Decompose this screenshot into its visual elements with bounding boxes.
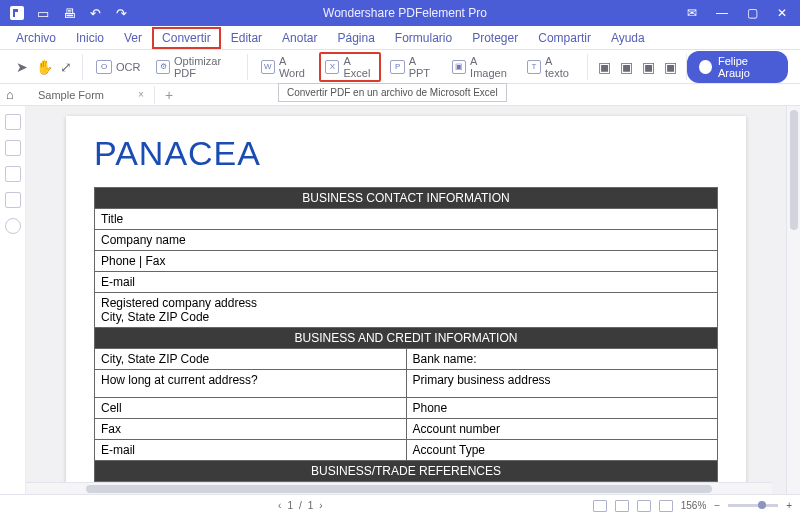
menu-formulario[interactable]: Formulario: [385, 27, 462, 49]
menu-pagina[interactable]: Página: [327, 27, 384, 49]
select-tool-icon[interactable]: ➤: [12, 57, 32, 77]
menu-compartir[interactable]: Compartir: [528, 27, 601, 49]
page-sep: /: [299, 500, 302, 511]
document-canvas[interactable]: PANACEA BUSINESS CONTACT INFORMATION Tit…: [26, 106, 786, 494]
s2-l4: Fax: [95, 419, 407, 440]
ppt-icon: P: [390, 60, 404, 74]
word-icon: W: [261, 60, 275, 74]
close-icon[interactable]: ✕: [768, 2, 796, 24]
section1-header: BUSINESS CONTACT INFORMATION: [95, 188, 718, 209]
user-label: Felipe Araujo: [718, 55, 776, 79]
tab-close-icon[interactable]: ×: [138, 89, 144, 100]
to-excel-button[interactable]: XA Excel: [319, 52, 381, 82]
doc-logo: PANACEA: [94, 134, 718, 173]
zoom-value: 156%: [681, 500, 707, 511]
to-image-button[interactable]: ▣A Imagen: [445, 51, 518, 83]
menu-anotar[interactable]: Anotar: [272, 27, 327, 49]
attachments-icon[interactable]: [5, 192, 21, 208]
s2-r1: Bank name:: [406, 349, 718, 370]
zoom-tool-icon[interactable]: ⤢: [56, 57, 76, 77]
zoom-in-icon[interactable]: +: [786, 500, 792, 511]
app-logo-icon: [6, 2, 28, 24]
to-text-label: A texto: [545, 55, 574, 79]
menu-proteger[interactable]: Proteger: [462, 27, 528, 49]
view-cover-icon[interactable]: [659, 500, 673, 512]
s2-r5: Account Type: [406, 440, 718, 461]
view-single-icon[interactable]: [593, 500, 607, 512]
thumbnails-icon[interactable]: [5, 114, 21, 130]
s2-r4: Account number: [406, 419, 718, 440]
page-current: 1: [287, 500, 293, 511]
to-ppt-button[interactable]: PA PPT: [383, 51, 442, 83]
zoom-out-icon[interactable]: −: [714, 500, 720, 511]
zoom-slider[interactable]: [728, 504, 778, 507]
excel-icon: X: [325, 60, 339, 74]
to-text-button[interactable]: TA texto: [520, 51, 582, 83]
page-next-icon[interactable]: ›: [319, 500, 322, 511]
batch-group-icon[interactable]: ▣: [594, 57, 614, 77]
batch-icon-4[interactable]: ▣: [660, 57, 680, 77]
home-tab-icon[interactable]: ⌂: [6, 87, 22, 102]
minimize-icon[interactable]: —: [708, 2, 736, 24]
ocr-button[interactable]: OOCR: [89, 56, 147, 78]
s1-title: Title: [95, 209, 718, 230]
optimize-button[interactable]: ⚙Optimizar PDF: [149, 51, 240, 83]
print-icon[interactable]: 🖶: [58, 2, 80, 24]
s2-l2: How long at current address?: [95, 370, 407, 398]
document-tab[interactable]: Sample Form ×: [28, 86, 155, 104]
s2-r3: Phone: [406, 398, 718, 419]
s1-address: Registered company addressCity, State ZI…: [95, 293, 718, 328]
main-body: PANACEA BUSINESS CONTACT INFORMATION Tit…: [0, 106, 800, 494]
s2-r2: Primary business address: [406, 370, 718, 398]
batch-icon-3[interactable]: ▣: [638, 57, 658, 77]
to-excel-label: A Excel: [343, 55, 375, 79]
menu-editar[interactable]: Editar: [221, 27, 272, 49]
hand-tool-icon[interactable]: ✋: [34, 57, 54, 77]
toolbar: ➤ ✋ ⤢ OOCR ⚙Optimizar PDF WA Word XA Exc…: [0, 50, 800, 84]
vertical-scrollbar[interactable]: [786, 106, 800, 494]
ocr-label: OCR: [116, 61, 140, 73]
svg-rect-0: [10, 6, 24, 20]
redo-icon[interactable]: ↷: [110, 2, 132, 24]
view-facing-icon[interactable]: [637, 500, 651, 512]
undo-icon[interactable]: ↶: [84, 2, 106, 24]
ocr-icon: O: [96, 60, 112, 74]
section3-header: BUSINESS/TRADE REFERENCES: [95, 461, 718, 482]
sidebar: [0, 106, 26, 494]
new-tab-icon[interactable]: +: [161, 87, 173, 103]
comments-icon[interactable]: [5, 218, 21, 234]
page-prev-icon[interactable]: ‹: [278, 500, 281, 511]
menu-convertir[interactable]: Convertir: [152, 27, 221, 49]
to-word-button[interactable]: WA Word: [254, 51, 318, 83]
menubar: Archivo Inicio Ver Convertir Editar Anot…: [0, 26, 800, 50]
user-button[interactable]: Felipe Araujo: [687, 51, 788, 83]
menu-ayuda[interactable]: Ayuda: [601, 27, 655, 49]
v-scroll-thumb[interactable]: [790, 110, 798, 230]
app-title: Wondershare PDFelement Pro: [132, 6, 678, 20]
section2-header: BUSINESS AND CREDIT INFORMATION: [95, 328, 718, 349]
menu-inicio[interactable]: Inicio: [66, 27, 114, 49]
batch-icon-2[interactable]: ▣: [616, 57, 636, 77]
zoom-slider-thumb[interactable]: [758, 501, 766, 509]
menu-ver[interactable]: Ver: [114, 27, 152, 49]
titlebar: ▭ 🖶 ↶ ↷ Wondershare PDFelement Pro ✉ — ▢…: [0, 0, 800, 26]
horizontal-scrollbar[interactable]: [26, 482, 772, 494]
optimize-label: Optimizar PDF: [174, 55, 234, 79]
statusbar: ‹ 1 / 1 › 156% − +: [0, 494, 800, 516]
optimize-icon: ⚙: [156, 60, 170, 74]
search-panel-icon[interactable]: [5, 166, 21, 182]
open-icon[interactable]: ▭: [32, 2, 54, 24]
view-continuous-icon[interactable]: [615, 500, 629, 512]
s2-l5: E-mail: [95, 440, 407, 461]
bookmarks-icon[interactable]: [5, 140, 21, 156]
s2-l3: Cell: [95, 398, 407, 419]
mail-icon[interactable]: ✉: [678, 2, 706, 24]
tab-label: Sample Form: [38, 89, 104, 101]
to-word-label: A Word: [279, 55, 310, 79]
menu-archivo[interactable]: Archivo: [6, 27, 66, 49]
maximize-icon[interactable]: ▢: [738, 2, 766, 24]
s2-l1: City, State ZIP Code: [95, 349, 407, 370]
text-icon: T: [527, 60, 541, 74]
page-total: 1: [308, 500, 314, 511]
h-scroll-thumb[interactable]: [86, 485, 713, 493]
